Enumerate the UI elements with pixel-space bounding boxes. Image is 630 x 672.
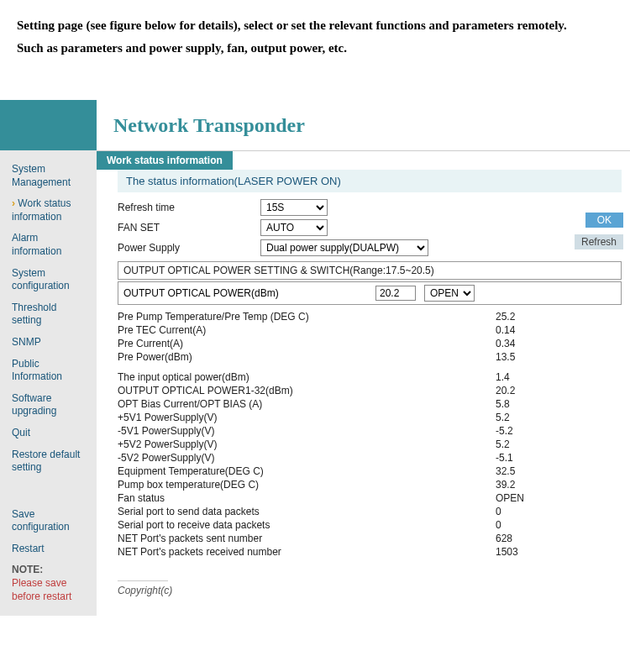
- main-header: Network Transponder: [97, 100, 630, 150]
- intro-line-2: Such as parameters and power supply, fan…: [17, 39, 613, 57]
- sidebar-item-system-management[interactable]: System Management: [0, 159, 97, 193]
- metric-label: -5V1 PowerSupply(V): [118, 425, 496, 437]
- sidebar-item-restart[interactable]: Restart: [0, 538, 97, 560]
- sidebar-nav: System Management Work status informatio…: [0, 150, 97, 616]
- power-supply-label: Power Supply: [118, 242, 260, 254]
- metric-value: OPEN: [496, 492, 546, 504]
- metric-label: Equipment Temperature(DEG C): [118, 465, 496, 477]
- metric-value: -5.1: [496, 452, 546, 464]
- refresh-time-label: Refresh time: [118, 202, 260, 213]
- sidebar-item-software-upgrade[interactable]: Software upgrading: [0, 388, 97, 423]
- page-title: Network Transponder: [113, 114, 305, 137]
- metric-value: 1.4: [496, 371, 546, 383]
- intro-line-1: Setting page (see figure below for detai…: [17, 17, 613, 34]
- sidebar-item-threshold[interactable]: Threshold setting: [0, 297, 97, 332]
- metric-value: 0.14: [496, 324, 546, 336]
- metric-label: Pre Pump Temperature/Pre Temp (DEG C): [118, 311, 496, 323]
- metric-value: 20.2: [496, 385, 546, 396]
- sidebar-item-restore-default[interactable]: Restore default setting: [0, 444, 97, 479]
- metric-value: 1503: [496, 546, 546, 558]
- output-power-input[interactable]: [375, 286, 416, 301]
- metric-label: +5V2 PowerSupply(V): [118, 438, 496, 450]
- sidebar-item-public-info[interactable]: Public Information: [0, 354, 97, 388]
- metric-row: NET Port's packets sent number628: [118, 532, 622, 545]
- metric-value: 0: [496, 506, 546, 517]
- metric-row: Pre TEC Current(A)0.14: [118, 323, 622, 337]
- metric-label: Pre Power(dBm): [118, 351, 496, 363]
- metric-row: +5V1 PowerSupply(V)5.2: [118, 411, 622, 424]
- metric-label: +5V1 PowerSupply(V): [118, 412, 496, 423]
- metric-row: Pump box temperature(DEG C)39.2: [118, 478, 622, 491]
- metric-row: Serial port to receive data packets0: [118, 518, 622, 532]
- metric-row: Serial port to send data packets0: [118, 505, 622, 518]
- metric-value: 628: [496, 533, 546, 544]
- metric-row: Pre Power(dBm)13.5: [118, 350, 622, 364]
- sidebar-item-system-config[interactable]: System configuration: [0, 263, 97, 297]
- metrics-table: Pre Pump Temperature/Pre Temp (DEG C)25.…: [118, 310, 622, 559]
- metric-label: Fan status: [118, 492, 496, 504]
- metric-label: Serial port to send data packets: [118, 506, 496, 517]
- metric-value: 25.2: [496, 311, 546, 323]
- sidebar-note-label: NOTE:: [12, 564, 43, 575]
- metric-label: Pre TEC Current(A): [118, 324, 496, 336]
- fan-set-select[interactable]: AUTO: [260, 219, 328, 236]
- refresh-time-select[interactable]: 15S: [260, 199, 328, 216]
- metric-row: NET Port's packets received number1503: [118, 545, 622, 559]
- metric-row: -5V2 PowerSupply(V)-5.1: [118, 451, 622, 465]
- fan-set-label: FAN SET: [118, 222, 260, 234]
- ok-button[interactable]: OK: [585, 213, 623, 228]
- sidebar-note-text: Please save before restart: [12, 577, 71, 602]
- output-power-switch-select[interactable]: OPEN: [424, 285, 475, 302]
- footer: Copyright(c): [118, 575, 622, 596]
- status-title: The status information(LASER POWER ON): [118, 170, 622, 192]
- metric-row: OUTPUT OPTICAL POWER1-32(dBm)20.2: [118, 384, 622, 397]
- metric-value: 5.8: [496, 398, 546, 410]
- metric-value: 0.34: [496, 338, 546, 349]
- intro-text: Setting page (see figure below for detai…: [0, 0, 630, 71]
- metric-row: OPT Bias Current/OPT BIAS (A)5.8: [118, 397, 622, 411]
- metric-label: OPT Bias Current/OPT BIAS (A): [118, 398, 496, 410]
- metric-value: -5.2: [496, 425, 546, 437]
- metric-value: 5.2: [496, 438, 546, 450]
- metric-row: -5V1 PowerSupply(V)-5.2: [118, 424, 622, 438]
- sidebar-note: NOTE: Please save before restart: [0, 559, 97, 607]
- sidebar-item-quit[interactable]: Quit: [0, 423, 97, 444]
- metric-value: 5.2: [496, 412, 546, 423]
- metric-value: 39.2: [496, 479, 546, 491]
- sidebar-item-alarm[interactable]: Alarm information: [0, 228, 97, 262]
- metric-label: OUTPUT OPTICAL POWER1-32(dBm): [118, 385, 496, 396]
- metric-label: The input optical power(dBm): [118, 371, 496, 383]
- metric-value: 13.5: [496, 351, 546, 363]
- metric-label: Pre Current(A): [118, 338, 496, 349]
- copyright-text: Copyright(c): [118, 585, 172, 596]
- metric-row: Fan statusOPEN: [118, 491, 622, 505]
- sidebar-item-save-config[interactable]: Save configuration: [0, 504, 97, 538]
- power-supply-select[interactable]: Dual power supply(DUALPW): [260, 239, 428, 256]
- metric-value: 32.5: [496, 465, 546, 477]
- output-power-section-header: OUTPUT OPTICAL POWER SETTING & SWITCH(Ra…: [118, 261, 622, 280]
- output-power-label: OUTPUT OPTICAL POWER(dBm): [123, 287, 367, 299]
- metric-value: 0: [496, 519, 546, 531]
- tab-work-status[interactable]: Work status information: [97, 151, 233, 170]
- metric-label: Pump box temperature(DEG C): [118, 479, 496, 491]
- metric-label: NET Port's packets sent number: [118, 533, 496, 544]
- metric-label: -5V2 PowerSupply(V): [118, 452, 496, 464]
- refresh-button[interactable]: Refresh: [575, 234, 623, 249]
- sidebar-item-snmp[interactable]: SNMP: [0, 332, 97, 354]
- output-power-row: OUTPUT OPTICAL POWER(dBm) OPEN: [118, 281, 622, 305]
- metric-label: Serial port to receive data packets: [118, 519, 496, 531]
- metric-row: Pre Current(A)0.34: [118, 337, 622, 350]
- metric-row: Equipment Temperature(DEG C)32.5: [118, 465, 622, 478]
- metric-row: The input optical power(dBm)1.4: [118, 370, 622, 384]
- metric-row: Pre Pump Temperature/Pre Temp (DEG C)25.…: [118, 310, 622, 323]
- metric-label: NET Port's packets received number: [118, 546, 496, 558]
- sidebar-header-block: [0, 100, 97, 150]
- sidebar-item-work-status[interactable]: Work status information: [0, 193, 97, 228]
- tab-bar: Work status information: [97, 150, 630, 170]
- metric-row: +5V2 PowerSupply(V)5.2: [118, 438, 622, 451]
